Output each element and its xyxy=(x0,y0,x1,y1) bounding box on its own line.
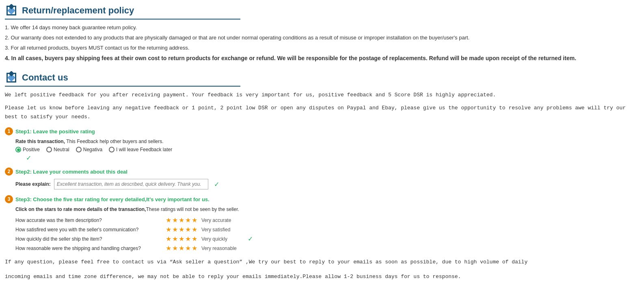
rating-question-3: How quickly did the seller ship the item… xyxy=(15,236,162,242)
star-2-5[interactable]: ★ xyxy=(192,226,197,233)
stars-3[interactable]: ★ ★ ★ ★ ★ xyxy=(166,235,197,243)
radio-leave-later[interactable]: I will leave Feedback later xyxy=(109,147,172,152)
radio-circle-neutral[interactable] xyxy=(46,147,52,152)
step1-title: Step1: Leave the positive rating xyxy=(15,128,95,135)
star-3-5[interactable]: ★ xyxy=(192,235,197,243)
diamond-icon xyxy=(5,4,18,17)
footer-line2: incoming emails and time zone difference… xyxy=(5,272,639,281)
step3-title: Step3: Choose the five star rating for e… xyxy=(15,196,210,202)
policy-item-4: 4. In all cases, buyers pay shipping fee… xyxy=(5,54,639,63)
step3-number: 3 xyxy=(5,195,13,203)
ratings-table: How accurate was the Item description? ★… xyxy=(15,216,639,252)
star-3-1[interactable]: ★ xyxy=(166,235,171,243)
step3-header: 3 Step3: Choose the five star rating for… xyxy=(5,195,639,203)
step1-number: 1 xyxy=(5,127,13,135)
radio-negativa[interactable]: Negativa xyxy=(76,147,102,152)
stars-4[interactable]: ★ ★ ★ ★ ★ xyxy=(166,244,197,252)
radio-group[interactable]: Positive Neutral Negativa I will leave F… xyxy=(15,147,639,152)
step3-checkmark: ✓ xyxy=(248,235,253,243)
rating-question-1: How accurate was the Item description? xyxy=(15,217,162,223)
star-1-2[interactable]: ★ xyxy=(172,216,178,224)
star-1-3[interactable]: ★ xyxy=(179,216,184,224)
policy-header: Return/replacement policy xyxy=(5,4,639,17)
rating-row-2: How satisfired were you with the seller'… xyxy=(15,226,639,233)
contact-title: Contact us xyxy=(22,72,68,83)
radio-circle-positive[interactable] xyxy=(15,147,21,152)
radio-circle-negativa[interactable] xyxy=(76,147,82,152)
rating-label-3: Very quickly xyxy=(201,236,242,242)
rating-label-4: Very reasonable xyxy=(201,246,242,251)
star-2-2[interactable]: ★ xyxy=(172,226,178,233)
star-1-1[interactable]: ★ xyxy=(166,216,171,224)
star-2-3[interactable]: ★ xyxy=(179,226,184,233)
step3-container: 3 Step3: Choose the five star rating for… xyxy=(5,195,639,252)
step2-container: 2 Step2: Leave your comments about this … xyxy=(5,167,639,189)
rating-label-2: Very satisfied xyxy=(201,227,242,233)
step2-number: 2 xyxy=(5,167,13,176)
contact-section: Contact us We left positive feedback for… xyxy=(5,71,639,281)
star-1-4[interactable]: ★ xyxy=(185,216,191,224)
star-2-4[interactable]: ★ xyxy=(185,226,191,233)
step1-header: 1 Step1: Leave the positive rating xyxy=(5,127,639,135)
policy-title: Return/replacement policy xyxy=(22,5,134,16)
step2-title: Step2: Leave your comments about this de… xyxy=(15,169,128,175)
feedback-line2: Please let us know before leaving any ne… xyxy=(5,104,639,122)
policy-section: Return/replacement policy 1. We offer 14… xyxy=(5,4,639,63)
explain-label: Please explain: xyxy=(15,181,51,187)
star-4-1[interactable]: ★ xyxy=(166,244,171,252)
radio-neutral[interactable]: Neutral xyxy=(46,147,69,152)
star-4-4[interactable]: ★ xyxy=(185,244,191,252)
step2-checkmark: ✓ xyxy=(214,180,219,188)
star-3-3[interactable]: ★ xyxy=(179,235,184,243)
feedback-line1: We left positive feedback for you after … xyxy=(5,91,639,100)
policy-item-1: 1. We offer 14 days money back guarantee… xyxy=(5,24,639,32)
rating-row-1: How accurate was the Item description? ★… xyxy=(15,216,639,224)
step3-subtitle: Click on the stars to rate more details … xyxy=(15,207,639,212)
policy-item-3: 3. For all returned products, buyers MUS… xyxy=(5,44,639,52)
rating-row-3: How quickly did the seller ship the item… xyxy=(15,235,639,243)
rating-row-4: How reasonable were the shipping and han… xyxy=(15,244,639,252)
star-4-3[interactable]: ★ xyxy=(179,244,184,252)
star-3-4[interactable]: ★ xyxy=(185,235,191,243)
policy-divider xyxy=(5,19,240,20)
footer-line1: If any question, please feel free to con… xyxy=(5,258,639,267)
stars-1[interactable]: ★ ★ ★ ★ ★ xyxy=(166,216,197,224)
rate-label: Rate this transaction, This Feedback hel… xyxy=(15,139,639,144)
star-4-2[interactable]: ★ xyxy=(172,244,178,252)
contact-header: Contact us xyxy=(5,71,639,84)
step2-header: 2 Step2: Leave your comments about this … xyxy=(5,167,639,176)
explain-row: Please explain: ✓ xyxy=(15,179,639,189)
rating-question-4: How reasonable were the shipping and han… xyxy=(15,246,162,251)
rating-question-2: How satisfired were you with the seller'… xyxy=(15,227,162,233)
contact-divider xyxy=(5,86,240,87)
radio-circle-later[interactable] xyxy=(109,147,115,152)
explain-input[interactable] xyxy=(54,179,208,189)
star-4-5[interactable]: ★ xyxy=(192,244,197,252)
policy-item-2: 2. Our warranty does not extended to any… xyxy=(5,34,639,42)
star-2-1[interactable]: ★ xyxy=(166,226,171,233)
rating-label-1: Very accurate xyxy=(201,217,242,223)
contact-diamond-icon xyxy=(5,71,18,84)
star-1-5[interactable]: ★ xyxy=(192,216,197,224)
step1-checkmark: ✓ xyxy=(26,154,31,161)
stars-2[interactable]: ★ ★ ★ ★ ★ xyxy=(166,226,197,233)
step1-container: 1 Step1: Leave the positive rating Rate … xyxy=(5,127,639,162)
radio-positive[interactable]: Positive xyxy=(15,147,40,152)
star-3-2[interactable]: ★ xyxy=(172,235,178,243)
